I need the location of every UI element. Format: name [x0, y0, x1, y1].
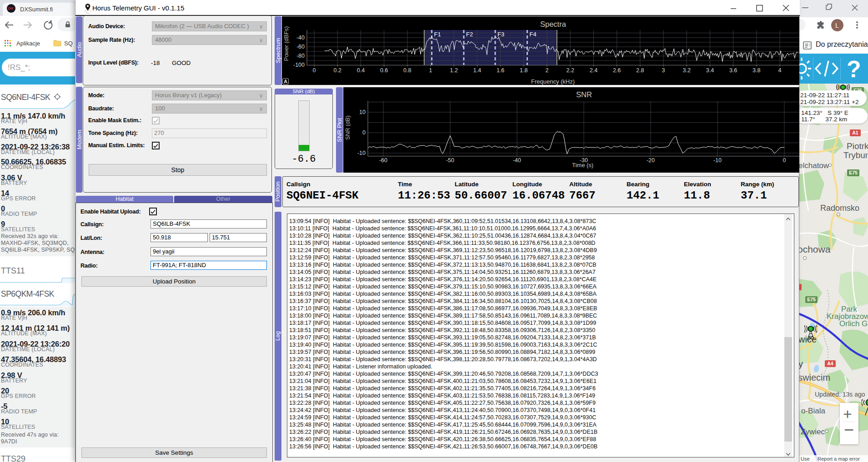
- svg-text:-40: -40: [513, 157, 521, 164]
- svg-text:10: 10: [359, 109, 366, 115]
- svg-text:3.8: 3.8: [753, 67, 760, 74]
- svg-text:3.4: 3.4: [706, 67, 714, 74]
- svg-text:1: 1: [429, 67, 432, 74]
- svg-text:1.8: 1.8: [520, 67, 527, 74]
- svg-text:4: 4: [778, 67, 782, 74]
- svg-text:?: ?: [847, 56, 861, 82]
- svg-text:-60: -60: [379, 157, 387, 164]
- svg-text:Spectra: Spectra: [540, 20, 567, 28]
- svg-text:2.2: 2.2: [567, 67, 574, 74]
- svg-text:-100: -100: [293, 62, 305, 68]
- svg-text:Time (s): Time (s): [572, 162, 593, 169]
- svg-text:F1: F1: [434, 31, 441, 38]
- svg-text:0: 0: [313, 67, 316, 74]
- svg-text:0: 0: [362, 129, 366, 136]
- svg-text:2.8: 2.8: [636, 67, 644, 74]
- svg-text:3.2: 3.2: [683, 67, 691, 74]
- svg-text:-40: -40: [296, 35, 305, 41]
- svg-text:Frequency (kHz): Frequency (kHz): [531, 78, 575, 85]
- svg-text:0.2: 0.2: [334, 67, 341, 74]
- svg-text:1.2: 1.2: [450, 67, 458, 74]
- svg-text:-10: -10: [713, 157, 722, 164]
- svg-text:A: A: [284, 79, 287, 84]
- svg-text:SNR (dB): SNR (dB): [345, 115, 351, 139]
- svg-text:0.4: 0.4: [357, 67, 365, 74]
- svg-text:-60: -60: [296, 44, 305, 50]
- svg-text:0.8: 0.8: [403, 67, 411, 74]
- svg-text:-20: -20: [647, 157, 655, 164]
- svg-text:0.6: 0.6: [380, 67, 388, 74]
- svg-text:-10: -10: [357, 150, 366, 156]
- svg-text:horus: horus: [86, 12, 90, 14]
- svg-text:3.6: 3.6: [729, 67, 737, 74]
- svg-text:1.4: 1.4: [473, 67, 481, 74]
- svg-text:3: 3: [662, 67, 665, 74]
- svg-text:2.6: 2.6: [613, 67, 621, 74]
- svg-text:2: 2: [546, 67, 549, 74]
- svg-text:-80: -80: [296, 53, 305, 59]
- svg-text:2.4: 2.4: [590, 67, 597, 74]
- svg-text:F2: F2: [466, 31, 473, 38]
- svg-text:-50: -50: [446, 157, 454, 164]
- svg-text:F4: F4: [530, 31, 537, 38]
- svg-text:SNR: SNR: [576, 90, 592, 99]
- svg-text:0: 0: [783, 157, 786, 164]
- svg-text:F3: F3: [497, 31, 504, 38]
- svg-text:Power (dBFs): Power (dBFs): [283, 26, 290, 61]
- svg-text:1.6: 1.6: [497, 67, 504, 74]
